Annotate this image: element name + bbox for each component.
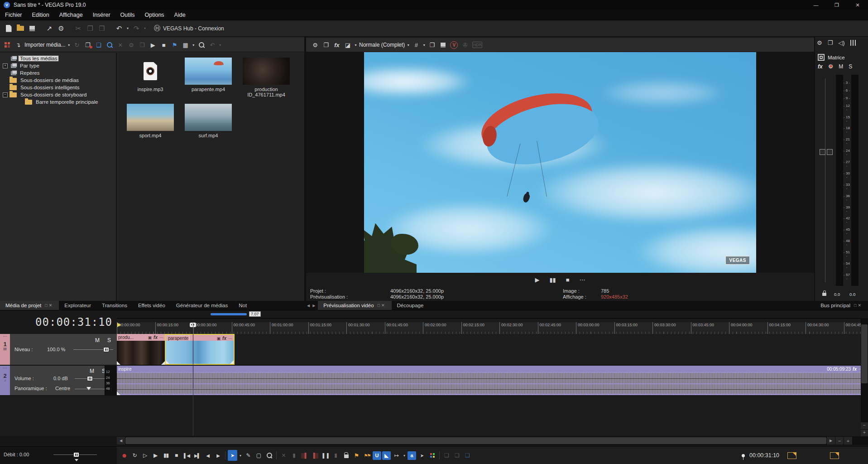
media-item[interactable]: sport.mp4 bbox=[121, 104, 179, 149]
volume-slider[interactable] bbox=[75, 378, 105, 379]
loop-start-marker[interactable] bbox=[117, 323, 121, 327]
menu-item[interactable]: Insérer bbox=[88, 10, 115, 20]
transport-button[interactable] bbox=[427, 450, 437, 461]
transport-button[interactable]: ◀ bbox=[203, 450, 212, 461]
transport-button[interactable] bbox=[438, 450, 441, 461]
pan-value[interactable]: Centre bbox=[55, 386, 70, 391]
media-toolbar-button[interactable]: ↻ bbox=[72, 40, 82, 50]
clip-more-icon[interactable]: ⋯ bbox=[228, 336, 232, 341]
dock-tab[interactable]: Découpage □✕ bbox=[392, 301, 429, 310]
media-item[interactable]: parapente.mp4 bbox=[179, 58, 237, 103]
tree-item[interactable]: + Par type bbox=[0, 62, 116, 69]
selection-start-icon[interactable] bbox=[787, 452, 796, 459]
tree-item[interactable]: Barre temporelle principale bbox=[0, 98, 116, 106]
toolbar-button[interactable]: ↗ bbox=[43, 23, 55, 34]
media-toolbar-button[interactable] bbox=[104, 40, 115, 50]
audio-track-color-strip[interactable]: ⋯ 2 ♪ bbox=[0, 366, 10, 395]
level-slider[interactable] bbox=[73, 349, 113, 350]
media-toolbar-button[interactable]: ↶ bbox=[207, 40, 218, 50]
preview-transport-button[interactable]: ▮▮ bbox=[549, 276, 556, 283]
video-clip-parapente[interactable]: parapente ▣ fx ⋯ bbox=[165, 334, 235, 365]
bus-solo-button[interactable]: S bbox=[849, 63, 852, 70]
dock-tab[interactable]: Not □✕ bbox=[233, 301, 252, 310]
mixer-header-button[interactable]: ⚙ bbox=[817, 39, 822, 46]
toolbar-button[interactable] bbox=[67, 23, 72, 34]
preview-toolbar-button[interactable]: ⚙ bbox=[310, 40, 321, 50]
menu-item[interactable]: Aide bbox=[169, 10, 191, 20]
clip-more-icon[interactable]: ⋯ bbox=[159, 335, 163, 340]
rate-slider[interactable] bbox=[53, 454, 97, 455]
dock-tab[interactable]: Explorateur □✕ bbox=[59, 301, 96, 310]
toolbar-button[interactable]: ▾ bbox=[142, 23, 148, 34]
transport-button[interactable] bbox=[264, 450, 274, 461]
media-toolbar-button[interactable]: ❐ bbox=[82, 40, 93, 50]
transport-button[interactable]: ⚑ bbox=[352, 450, 361, 461]
preview-toolbar-button[interactable]: ❐ bbox=[427, 40, 437, 50]
timeline-ruler[interactable]: 00:00:00:0000:00:15:0000:00:30:0000:00:4… bbox=[117, 322, 868, 334]
media-item[interactable]: production ID_4761711.mp4 bbox=[237, 58, 295, 103]
event-fx-icon[interactable]: fx bbox=[222, 336, 226, 341]
transport-button[interactable]: ▶ bbox=[213, 450, 223, 461]
transport-button[interactable]: ▌◀ bbox=[182, 450, 192, 461]
menu-item[interactable]: Outils bbox=[115, 10, 140, 20]
transport-button[interactable]: ➤ bbox=[228, 450, 237, 461]
transport-button[interactable]: U bbox=[373, 451, 381, 460]
transport-button[interactable]: ▾ bbox=[402, 450, 407, 461]
preview-toolbar-button[interactable]: # bbox=[411, 40, 422, 50]
media-toolbar-button[interactable] bbox=[2, 40, 13, 50]
transport-button[interactable]: ▷ bbox=[140, 450, 150, 461]
transport-button[interactable]: ▮▮ bbox=[161, 450, 171, 461]
preview-toolbar-button[interactable] bbox=[437, 40, 448, 50]
scroll-left-icon[interactable]: ◀ bbox=[117, 437, 125, 445]
h-scrollbar-thumb[interactable] bbox=[125, 437, 826, 444]
level-slider-knob[interactable] bbox=[103, 347, 109, 352]
event-fx-icon[interactable]: fx bbox=[853, 367, 857, 372]
transport-button[interactable]: ⚑⚑ bbox=[362, 450, 372, 461]
v-scrollbar-thumb[interactable] bbox=[861, 324, 868, 383]
toolbar-button[interactable] bbox=[14, 23, 26, 34]
preview-toolbar-button[interactable]: HDR bbox=[472, 42, 482, 48]
transport-button[interactable]: ❏ bbox=[463, 450, 472, 461]
timeline-v-scrollbar[interactable]: − + bbox=[861, 318, 868, 436]
toolbar-button[interactable]: ✂ bbox=[72, 23, 84, 34]
close-button[interactable]: ✕ bbox=[847, 0, 868, 10]
transport-button[interactable]: ▌▐ bbox=[321, 450, 330, 461]
video-track-lane[interactable]: produ... ▣ fx ⋯ parapente ▣ fx ⋯ bbox=[117, 334, 868, 366]
transport-button[interactable]: ■ bbox=[172, 450, 181, 461]
pan-slider[interactable] bbox=[75, 389, 105, 389]
preview-toolbar-button[interactable]: V bbox=[450, 41, 458, 49]
tree-item[interactable]: Repères bbox=[0, 69, 116, 77]
preview-transport-button[interactable]: ⋯ bbox=[580, 276, 585, 283]
transport-button[interactable]: ▐▒ bbox=[310, 450, 320, 461]
tree-item[interactable]: Tous les médias bbox=[0, 55, 116, 62]
toolbar-button[interactable]: ▾ bbox=[125, 23, 130, 34]
dock-tab[interactable]: Générateur de médias □✕ bbox=[171, 301, 233, 310]
transport-button[interactable] bbox=[341, 450, 351, 461]
menu-item[interactable]: Affichage bbox=[54, 10, 88, 20]
toolbar-button[interactable]: ❒ bbox=[96, 23, 108, 34]
media-toolbar-button[interactable]: ⚑ bbox=[169, 40, 180, 50]
bus-automation-button[interactable]: ⚙ bbox=[828, 63, 834, 70]
transport-button[interactable] bbox=[224, 450, 227, 461]
preview-toolbar-button[interactable]: ▾ bbox=[353, 40, 358, 50]
tree-item[interactable]: Sous-dossiers de médias bbox=[0, 77, 116, 84]
v-zoom-in-button[interactable]: + bbox=[861, 430, 868, 436]
media-toolbar-button[interactable]: ❒ bbox=[137, 40, 148, 50]
toolbar-button[interactable]: ↷ bbox=[130, 23, 142, 34]
mixer-header-button[interactable]: ◁) bbox=[838, 39, 844, 46]
transport-button[interactable]: ● bbox=[120, 450, 129, 461]
video-mute-button[interactable]: M bbox=[95, 337, 100, 343]
zoom-bar-thumb[interactable] bbox=[211, 313, 247, 315]
bus-fader[interactable] bbox=[825, 78, 825, 282]
audio-track-lane[interactable]: inspire 00:05:09:23 fx ⋯ bbox=[117, 366, 868, 396]
transport-button[interactable]: ▢ bbox=[254, 450, 264, 461]
media-toolbar-button[interactable]: ✕ bbox=[115, 40, 126, 50]
video-clip-production[interactable]: produ... ▣ fx ⋯ bbox=[117, 334, 165, 365]
tab-scroll[interactable]: ◀ ▶ bbox=[304, 301, 318, 310]
dock-tab[interactable]: Média de projet □✕ bbox=[0, 301, 59, 310]
transport-button[interactable]: ▾ bbox=[238, 450, 243, 461]
import-media-button[interactable]: Importer média... bbox=[24, 42, 66, 48]
media-toolbar-button[interactable] bbox=[196, 40, 207, 50]
zoom-in-button[interactable]: + bbox=[844, 437, 852, 445]
track-more-icon[interactable]: ⋯ bbox=[3, 334, 7, 338]
